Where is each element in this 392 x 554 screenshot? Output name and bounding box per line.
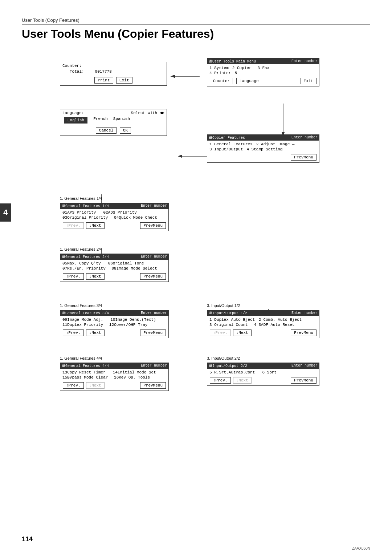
- io2-item1: 5 R.Srt.AutPap.Cont: [209, 370, 255, 375]
- general-features-1: 🖶General Features 1/4 Enter number 01APS…: [60, 203, 169, 231]
- gf4-item3: 15Bypass Mode Clear: [62, 375, 108, 380]
- counter-total-label: Total:: [70, 69, 84, 74]
- general-features-4: 🖶General Features 4/4 Enter number 13Cop…: [60, 363, 169, 391]
- io2-next-button[interactable]: ↓Next: [233, 377, 252, 384]
- gf4-item4: 16Key Op. Tools: [114, 375, 150, 380]
- io1-item1: 1 Duplex Auto Eject: [209, 318, 255, 322]
- page-title: User Tools Menu (Copier Features): [22, 27, 214, 41]
- lang-english[interactable]: English: [64, 117, 87, 124]
- gf1-item2: 02ADS Priority: [103, 210, 136, 215]
- gf4-next-button[interactable]: ↓Next: [86, 382, 105, 389]
- gf1-item3: 03Original Priority: [62, 215, 108, 220]
- language-button[interactable]: Language: [236, 78, 262, 84]
- exit-button-utm[interactable]: Exit: [301, 78, 317, 84]
- language-title: Language:: [62, 111, 84, 115]
- utm-item2: 2 Copier—: [232, 66, 254, 70]
- gf1-next-button[interactable]: ↓Next: [86, 222, 105, 229]
- gf1-item1: 01APS Priority: [62, 210, 96, 215]
- counter-title: Counter:: [62, 64, 164, 68]
- io1-header-right: Enter number: [291, 311, 318, 315]
- io2-prevmenu-button[interactable]: PrevMenu: [291, 377, 317, 384]
- io2-item2: 6 Sort: [262, 370, 277, 375]
- gf1-header-right: Enter number: [141, 204, 167, 208]
- io1-prevmenu-button[interactable]: PrevMenu: [291, 329, 317, 336]
- user-tools-main-menu: 🖶User Tools Main Menu Enter number 1 Sys…: [207, 58, 319, 86]
- copier-features-menu: 🖶Copier Features Enter number 1 General …: [207, 134, 319, 163]
- gf2-item2: 06Original Tone: [108, 261, 144, 266]
- gf3-item4: 12Cover/OHP Tray: [109, 323, 148, 327]
- counter-total-value: 0017778: [95, 69, 112, 74]
- utm-item5: 5: [234, 71, 237, 75]
- catalog-id: ZAAX050N: [352, 546, 370, 550]
- gf3-item3: 11Duplex Priority: [62, 323, 103, 327]
- lang-spanish[interactable]: Spanish: [113, 117, 130, 124]
- io1-label: 3. Input/Output 1/2: [207, 303, 240, 308]
- input-output-1: 🖶Input/Output 1/2 Enter number 1 Duplex …: [207, 310, 319, 338]
- gf2-label: 1. General Features 2/4: [60, 247, 102, 251]
- gf4-label: 1. General Features 4/4: [60, 356, 102, 360]
- utm-item4: 4 Printer: [209, 71, 231, 75]
- gf4-item1: 13Copy Reset Timer: [62, 370, 106, 375]
- gf4-prev-button[interactable]: ↑Prev.: [63, 382, 84, 389]
- input-output-2: 🖶Input/Output 2/2 Enter number 5 R.Srt.A…: [207, 363, 319, 386]
- cf-header-right: Enter number: [291, 136, 318, 140]
- gf3-prev-button[interactable]: ↑Prev.: [63, 329, 84, 336]
- io2-header-left: 🖶Input/Output 2/2: [209, 364, 247, 368]
- gf1-prevmenu-button[interactable]: PrevMenu: [140, 222, 166, 229]
- gf3-prevmenu-button[interactable]: PrevMenu: [140, 329, 166, 336]
- counter-button[interactable]: Counter: [210, 78, 233, 84]
- io2-prev-button[interactable]: ↑Prev.: [210, 377, 231, 384]
- io2-header-right: Enter number: [291, 364, 318, 368]
- general-features-2: 🖶General Features 2/4 Enter number 05Max…: [60, 254, 169, 282]
- prevmenu-button-cf[interactable]: PrevMenu: [291, 154, 317, 161]
- gf4-header-right: Enter number: [141, 364, 167, 368]
- ok-button[interactable]: OK: [120, 127, 131, 134]
- cf-item3: 3 Input/Output: [209, 147, 243, 151]
- gf4-header-left: 🖶General Features 4/4: [62, 364, 109, 368]
- gf1-prev-button[interactable]: ↑Prev.: [63, 222, 84, 229]
- language-select-label: Select with ◄►: [131, 111, 164, 115]
- cf-item2: 2 Adjust Image —: [256, 142, 295, 146]
- gf3-next-button[interactable]: ↓Next: [86, 329, 105, 336]
- gf3-header-right: Enter number: [141, 311, 167, 315]
- exit-button-counter[interactable]: Exit: [116, 77, 132, 84]
- cf-item1: 1 General Features: [209, 142, 253, 146]
- utm-item1: 1 System: [209, 66, 229, 70]
- gf3-label: 1. General Features 3/4: [60, 303, 102, 308]
- io1-header-left: 🖶Input/Output 1/2: [209, 311, 247, 315]
- io1-item3: 3 Original Count: [209, 323, 248, 327]
- side-tab: 4: [0, 203, 11, 222]
- gf4-item2: 14Initial Mode Set: [113, 370, 156, 375]
- gf2-header-left: 🖶General Features 2/4: [62, 255, 109, 259]
- gf2-item3: 07Re./En. Priority: [62, 266, 106, 271]
- page-number: 114: [22, 535, 33, 543]
- cf-item4: 4 Stamp Setting: [246, 147, 282, 151]
- io1-next-button[interactable]: ↓Next: [233, 329, 252, 336]
- io1-item2: 2 Comb. Auto Eject: [258, 318, 302, 322]
- io1-item4: 4 SADF Auto Reset: [254, 323, 294, 327]
- language-box: Language: Select with ◄► English French …: [60, 109, 167, 136]
- gf2-prev-button[interactable]: ↑Prev.: [63, 273, 84, 280]
- print-button[interactable]: Print: [94, 77, 113, 84]
- gf1-label: 1. General Features 1/4: [60, 196, 102, 201]
- io2-label: 3. Input/Output 2/2: [207, 356, 240, 360]
- gf3-item2: 10Image Dens.(Text): [110, 318, 156, 322]
- utm-item3: 3 Fax: [257, 66, 269, 70]
- cancel-button[interactable]: Cancel: [96, 127, 117, 134]
- gf3-item1: 09Image Mode Adj.: [62, 318, 103, 322]
- gf3-header-left: 🖶General Features 3/4: [62, 311, 109, 315]
- gf2-item1: 05Max. Copy Q'ty: [62, 261, 101, 266]
- counter-box: Counter: Total: 0017778 Print Exit: [60, 62, 167, 86]
- gf2-item4: 08Image Mode Select: [111, 266, 157, 271]
- gf1-header-left: 🖶General Features 1/4: [62, 204, 109, 208]
- gf2-prevmenu-button[interactable]: PrevMenu: [140, 273, 166, 280]
- gf2-next-button[interactable]: ↓Next: [86, 273, 105, 280]
- utm-header-right: Enter number: [291, 59, 318, 64]
- gf1-item4: 04Quick Mode Check: [114, 215, 157, 220]
- cf-header-left: 🖶Copier Features: [209, 136, 245, 140]
- gf4-prevmenu-button[interactable]: PrevMenu: [140, 382, 166, 389]
- io1-prev-button[interactable]: ↑Prev.: [210, 329, 231, 336]
- general-features-3: 🖶General Features 3/4 Enter number 09Ima…: [60, 310, 169, 338]
- lang-french[interactable]: French: [93, 117, 108, 124]
- gf2-header-right: Enter number: [141, 255, 167, 259]
